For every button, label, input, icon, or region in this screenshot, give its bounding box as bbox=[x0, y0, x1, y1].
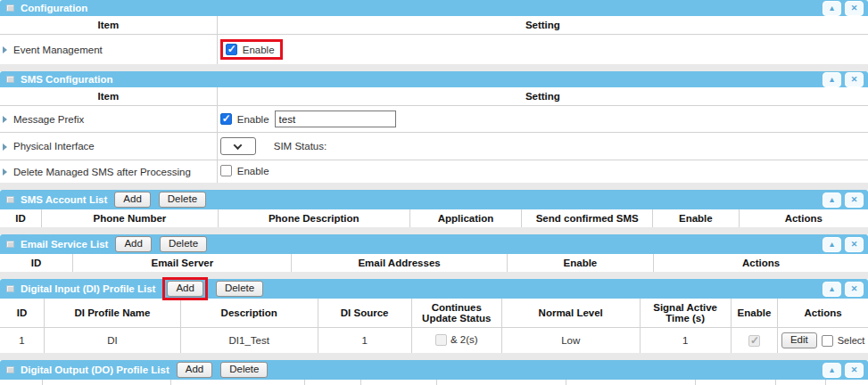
column-header-setting: Setting bbox=[217, 87, 868, 106]
col-application: Application bbox=[409, 209, 522, 227]
section-square-icon bbox=[6, 4, 14, 12]
di-profile-list-header: Digital Input (DI) Profile List Add Dele… bbox=[0, 279, 868, 299]
section-square-icon bbox=[6, 241, 14, 248]
section-square-icon bbox=[6, 196, 14, 203]
col-do-profile-name: DO Profile Name bbox=[43, 380, 171, 385]
col-phone-number: Phone Number bbox=[42, 209, 219, 227]
section-square-icon bbox=[6, 76, 14, 83]
email-service-list-section: Email Service List Add Delete ▴ ✕ ID Ema… bbox=[0, 234, 868, 272]
edit-button[interactable]: Edit bbox=[781, 332, 817, 348]
column-header-setting: Setting bbox=[217, 16, 868, 35]
col-actions: Actions bbox=[778, 299, 868, 328]
column-header-item: Item bbox=[0, 16, 217, 35]
col-normal-level: Normal Level bbox=[361, 380, 437, 385]
col-id: ID bbox=[0, 209, 42, 227]
col-enable: Enable bbox=[731, 299, 778, 328]
di-id-cell: 1 bbox=[0, 328, 45, 354]
col-actions: Actions bbox=[825, 380, 868, 385]
collapse-icon[interactable]: ▴ bbox=[823, 72, 841, 87]
event-management-row-label: Event Management bbox=[0, 35, 217, 65]
col-email-server: Email Server bbox=[73, 254, 292, 272]
event-management-enable-checkbox[interactable] bbox=[226, 44, 237, 55]
section-title: Configuration bbox=[21, 3, 87, 13]
delete-button[interactable]: Delete bbox=[160, 236, 207, 252]
column-header-item: Item bbox=[0, 87, 217, 106]
di-profile-table: ID DI Profile Name Description DI Source… bbox=[0, 299, 868, 353]
di-select-checkbox[interactable] bbox=[822, 335, 833, 347]
physical-interface-row-label: Physical Interface bbox=[0, 133, 217, 160]
col-enable: Enable bbox=[653, 209, 739, 227]
section-title: Email Service List bbox=[21, 239, 108, 250]
section-title: SMS Account List bbox=[21, 194, 107, 205]
do-profile-list-section: Digital Output (DO) Profile List Add Del… bbox=[0, 360, 868, 385]
section-title: SMS Configuration bbox=[21, 74, 113, 85]
col-continues-update-status: Continues Update Status bbox=[411, 299, 501, 328]
section-square-icon bbox=[6, 285, 14, 292]
add-button[interactable]: Add bbox=[115, 236, 151, 252]
col-do-source: DO Source bbox=[305, 380, 361, 385]
enable-label: Enable bbox=[243, 45, 275, 55]
delete-button[interactable]: Delete bbox=[220, 362, 268, 378]
close-icon[interactable]: ✕ bbox=[845, 282, 864, 297]
delete-button[interactable]: Delete bbox=[159, 192, 206, 208]
col-email-addresses: Email Addresses bbox=[292, 254, 507, 272]
sms-account-list-header: SMS Account List Add Delete ▴ ✕ bbox=[0, 190, 868, 209]
event-management-highlight: Enable bbox=[220, 39, 283, 60]
message-prefix-input[interactable] bbox=[275, 111, 396, 127]
add-button[interactable]: Add bbox=[167, 281, 203, 297]
add-button[interactable]: Add bbox=[114, 192, 150, 208]
di-continues-update-cell: & 2(s) bbox=[411, 328, 501, 354]
message-prefix-enable-checkbox[interactable] bbox=[220, 113, 232, 125]
collapse-icon[interactable]: ▴ bbox=[823, 237, 841, 252]
col-normal-level: Normal Level bbox=[501, 299, 640, 328]
col-repeat-counter: Repeat & Counter bbox=[566, 380, 695, 385]
enable-label: Enable bbox=[237, 166, 269, 176]
col-id: ID bbox=[0, 254, 73, 272]
col-enable: Enable bbox=[507, 254, 653, 272]
section-square-icon bbox=[6, 366, 14, 373]
row-arrow-icon bbox=[3, 143, 7, 151]
col-total-signal-period: Total Signal Period (ms) bbox=[436, 380, 566, 385]
col-signal-active-time: Signal Active Time (s) bbox=[640, 299, 731, 328]
row-arrow-icon bbox=[3, 116, 7, 123]
col-actions: Actions bbox=[739, 209, 868, 227]
delete-button[interactable]: Delete bbox=[216, 281, 263, 297]
close-icon[interactable]: ✕ bbox=[845, 363, 864, 378]
close-icon[interactable]: ✕ bbox=[845, 1, 864, 16]
col-phone-description: Phone Description bbox=[218, 209, 409, 227]
add-button-highlight: Add bbox=[162, 277, 207, 300]
col-actions: Actions bbox=[654, 254, 868, 272]
di-signal-active-time-cell: 1 bbox=[640, 328, 731, 354]
do-profile-table: ID DO Profile Name Description DO Source… bbox=[0, 380, 868, 385]
col-send-confirmed-sms: Send confirmed SMS bbox=[522, 209, 653, 227]
do-profile-list-header: Digital Output (DO) Profile List Add Del… bbox=[0, 360, 868, 380]
collapse-icon[interactable]: ▴ bbox=[823, 363, 841, 378]
add-button[interactable]: Add bbox=[177, 362, 212, 378]
configuration-header: Configuration ▴ ✕ bbox=[0, 0, 868, 16]
enable-label: Enable bbox=[237, 114, 269, 125]
sms-configuration-header: SMS Configuration ▴ ✕ bbox=[0, 71, 868, 87]
di-name-cell: DI bbox=[45, 328, 181, 354]
di-enable-cell bbox=[731, 328, 778, 354]
close-icon[interactable]: ✕ bbox=[845, 72, 864, 87]
close-icon[interactable]: ✕ bbox=[845, 237, 864, 252]
sms-configuration-section: SMS Configuration ▴ ✕ Item Setting Messa… bbox=[0, 71, 868, 183]
message-prefix-row-label: Message Prefix bbox=[0, 106, 217, 133]
col-id: ID bbox=[0, 299, 45, 328]
col-enable: Enable bbox=[776, 380, 825, 385]
continues-update-checkbox bbox=[435, 334, 447, 346]
delete-managed-sms-row-label: Delete Managed SMS after Processing bbox=[0, 160, 217, 184]
di-profile-list-section: Digital Input (DI) Profile List Add Dele… bbox=[0, 279, 868, 353]
close-icon[interactable]: ✕ bbox=[845, 192, 864, 208]
sim-status-label: SIM Status: bbox=[274, 141, 327, 152]
col-id: ID bbox=[0, 380, 43, 385]
row-arrow-icon bbox=[3, 46, 7, 53]
physical-interface-select[interactable] bbox=[220, 137, 256, 155]
collapse-icon[interactable]: ▴ bbox=[823, 192, 841, 208]
di-source-cell: 1 bbox=[318, 328, 411, 354]
delete-managed-sms-enable-checkbox[interactable] bbox=[220, 165, 232, 176]
configuration-table: Item Setting Event Management Enable bbox=[0, 16, 868, 64]
collapse-icon[interactable]: ▴ bbox=[823, 282, 841, 297]
collapse-icon[interactable]: ▴ bbox=[823, 1, 841, 16]
di-enable-checkbox bbox=[748, 335, 760, 347]
